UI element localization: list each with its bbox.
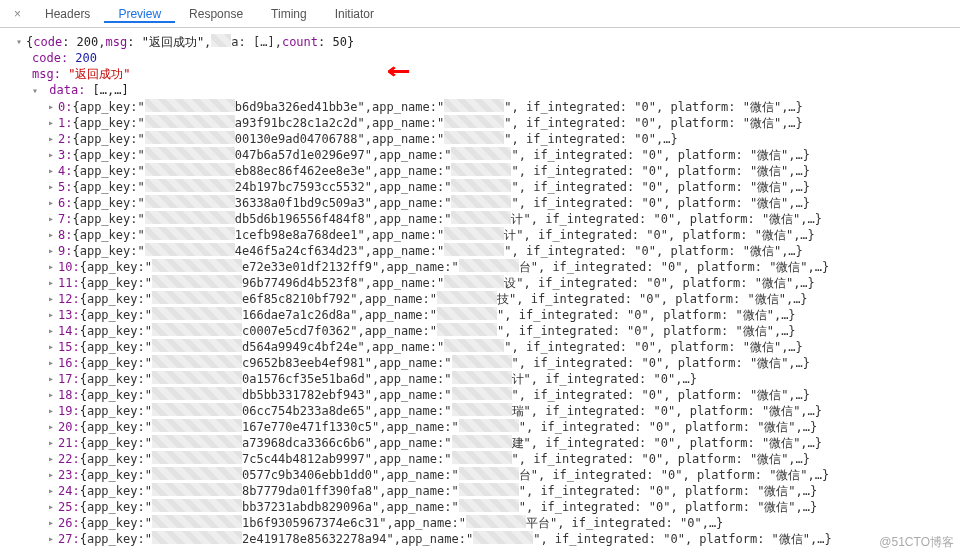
expand-icon[interactable] [48, 99, 58, 115]
data-row[interactable]: 13: {app_key: "166dae7a1c26d8a", app_nam… [16, 307, 956, 323]
expand-icon[interactable] [48, 339, 58, 355]
data-row[interactable]: 18: {app_key: "db5bb331782ebf943", app_n… [16, 387, 956, 403]
expand-icon[interactable] [48, 403, 58, 419]
data-row[interactable]: 15: {app_key: "d564a9949c4bf24e", app_na… [16, 339, 956, 355]
expand-icon[interactable] [48, 259, 58, 275]
expand-icon[interactable] [48, 483, 58, 499]
data-row[interactable]: 7: {app_key: "db5d6b196556f484f8", app_n… [16, 211, 956, 227]
expand-icon[interactable] [48, 499, 58, 515]
data-row[interactable]: 24: {app_key: "8b7779da01ff390fa8", app_… [16, 483, 956, 499]
expand-icon[interactable] [48, 131, 58, 147]
data-row[interactable]: 8: {app_key: "1cefb98e8a768dee1", app_na… [16, 227, 956, 243]
expand-icon[interactable] [48, 419, 58, 435]
tab-headers[interactable]: Headers [31, 7, 104, 23]
data-row[interactable]: 22: {app_key: "7c5c44b4812ab9997", app_n… [16, 451, 956, 467]
expand-icon[interactable] [48, 211, 58, 227]
prop-code[interactable]: code: 200 [16, 50, 956, 66]
expand-icon[interactable] [48, 179, 58, 195]
expand-icon[interactable] [48, 291, 58, 307]
expand-icon[interactable] [48, 467, 58, 483]
data-row[interactable]: 5: {app_key: "24b197bc7593cc5532", app_n… [16, 179, 956, 195]
data-row[interactable]: 11: {app_key: "96b77496d4b523f8", app_na… [16, 275, 956, 291]
json-summary-row[interactable]: { code: 200, msg: "返回成功", a: […], count:… [16, 34, 956, 50]
tab-initiator[interactable]: Initiator [321, 7, 388, 23]
data-row[interactable]: 19: {app_key: "06cc754b233a8de65", app_n… [16, 403, 956, 419]
data-row[interactable]: 16: {app_key: "c9652b83eeb4ef981", app_n… [16, 355, 956, 371]
expand-icon[interactable] [48, 387, 58, 403]
expand-icon[interactable] [48, 531, 58, 547]
tab-preview[interactable]: Preview [104, 7, 175, 23]
expand-icon[interactable] [48, 323, 58, 339]
expand-icon[interactable] [48, 355, 58, 371]
data-row[interactable]: 0: {app_key: "b6d9ba326ed41bb3e", app_na… [16, 99, 956, 115]
data-row[interactable]: 20: {app_key: "167e770e471f1330c5", app_… [16, 419, 956, 435]
data-row[interactable]: 9: {app_key: "4e46f5a24cf634d23", app_na… [16, 243, 956, 259]
tab-response[interactable]: Response [175, 7, 257, 23]
close-icon[interactable]: × [4, 7, 31, 21]
expand-icon[interactable] [48, 275, 58, 291]
expand-icon[interactable] [48, 515, 58, 531]
prop-msg[interactable]: msg: "返回成功" [16, 66, 956, 82]
data-row[interactable]: 14: {app_key: "c0007e5cd7f0362", app_nam… [16, 323, 956, 339]
expand-icon[interactable] [48, 163, 58, 179]
expand-icon[interactable] [48, 227, 58, 243]
data-row[interactable]: 23: {app_key: "0577c9b3406ebb1dd0", app_… [16, 467, 956, 483]
data-row[interactable]: 1: {app_key: "a93f91bc28c1a2c2d", app_na… [16, 115, 956, 131]
data-row[interactable]: 12: {app_key: "e6f85c8210bf792", app_nam… [16, 291, 956, 307]
expand-icon[interactable] [32, 83, 42, 99]
prop-data[interactable]: data: […,…] [16, 82, 956, 99]
data-row[interactable]: 17: {app_key: "0a1576cf35e51ba6d", app_n… [16, 371, 956, 387]
data-row[interactable]: 25: {app_key: "bb37231abdb829096a", app_… [16, 499, 956, 515]
data-row[interactable]: 4: {app_key: "eb88ec86f462ee8e3e", app_n… [16, 163, 956, 179]
expand-icon[interactable] [16, 34, 26, 50]
data-row[interactable]: 6: {app_key: "36338a0f1bd9c509a3", app_n… [16, 195, 956, 211]
expand-icon[interactable] [48, 243, 58, 259]
devtools-tabs: × HeadersPreviewResponseTimingInitiator [0, 0, 960, 28]
data-row[interactable]: 10: {app_key: "e72e33e01df2132ff9", app_… [16, 259, 956, 275]
expand-icon[interactable] [48, 371, 58, 387]
watermark: @51CTO博客 [879, 534, 954, 551]
response-preview: ← { code: 200, msg: "返回成功", a: […], coun… [0, 28, 960, 553]
tab-timing[interactable]: Timing [257, 7, 321, 23]
expand-icon[interactable] [48, 435, 58, 451]
expand-icon[interactable] [48, 147, 58, 163]
expand-icon[interactable] [48, 307, 58, 323]
data-row[interactable]: 3: {app_key: "047b6a57d1e0296e97", app_n… [16, 147, 956, 163]
expand-icon[interactable] [48, 451, 58, 467]
data-row[interactable]: 21: {app_key: "a73968dca3366c6b6", app_n… [16, 435, 956, 451]
expand-icon[interactable] [48, 115, 58, 131]
data-row[interactable]: 26: {app_key: "1b6f9305967374e6c31", app… [16, 515, 956, 531]
data-row[interactable]: 2: {app_key: "00130e9ad04706788", app_na… [16, 131, 956, 147]
expand-icon[interactable] [48, 195, 58, 211]
data-row[interactable]: 27: {app_key: "2e419178e85632278a94", ap… [16, 531, 956, 547]
